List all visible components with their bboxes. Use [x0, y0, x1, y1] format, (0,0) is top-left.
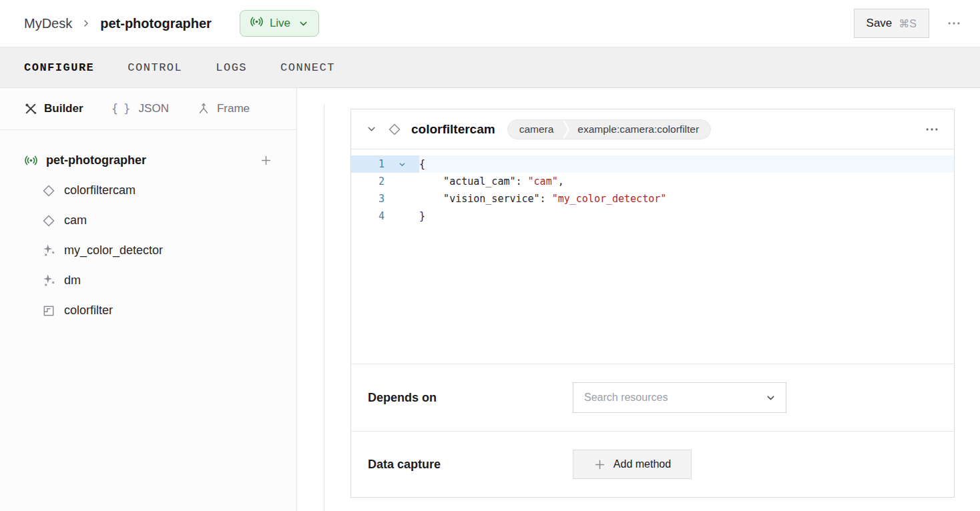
- tab-control[interactable]: CONTROL: [128, 61, 182, 74]
- data-capture-label: Data capture: [368, 458, 573, 472]
- tree-root-label: pet-photographer: [46, 153, 252, 167]
- resource-tree: pet-photographer colorfiltercamcammy_col…: [0, 130, 296, 326]
- depends-on-label: Depends on: [368, 391, 573, 405]
- tab-bar: CONFIGURECONTROLLOGSCONNECT: [0, 47, 980, 88]
- top-bar: MyDesk pet-photographer Live Save ⌘S: [0, 0, 980, 47]
- tree-item-my_color_detector[interactable]: my_color_detector: [0, 235, 296, 266]
- resource-card-colorfiltercam: colorfiltercam camera example:camera:col…: [350, 109, 955, 498]
- line-number: 1: [351, 155, 385, 173]
- view-tab-label: JSON: [139, 102, 169, 115]
- code-text: "vision_service": "my_color_detector": [419, 190, 954, 207]
- depends-on-row: Depends on Search resources: [351, 364, 954, 431]
- code-text: "actual_cam": "cam",: [419, 173, 954, 190]
- code-line-3[interactable]: 3 "vision_service": "my_color_detector": [351, 190, 954, 207]
- code-text: }: [419, 207, 954, 225]
- live-status-dropdown[interactable]: Live: [240, 10, 319, 37]
- service-sparkle-icon: [41, 274, 56, 288]
- resource-model-label: example:camera:colorfilter: [569, 119, 710, 139]
- tree-item-cam[interactable]: cam: [0, 205, 296, 235]
- live-status-label: Live: [270, 17, 290, 30]
- component-diamond-icon: [41, 213, 56, 228]
- chevron-down-icon: [298, 18, 309, 29]
- tree-items: colorfiltercamcammy_color_detectordmcolo…: [0, 175, 296, 326]
- line-number: 4: [351, 207, 385, 225]
- service-sparkle-icon: [41, 243, 56, 258]
- view-tab-label: Builder: [44, 102, 83, 115]
- fold-chevron-icon[interactable]: [385, 155, 419, 173]
- tree-item-label: colorfiltercam: [64, 183, 136, 197]
- code-line-4[interactable]: 4}: [351, 207, 954, 225]
- tree-item-label: dm: [64, 274, 81, 288]
- tab-logs[interactable]: LOGS: [216, 61, 247, 74]
- line-number: 2: [351, 173, 385, 190]
- depends-on-placeholder: Search resources: [584, 392, 765, 404]
- scroll-guide-line: [324, 105, 324, 511]
- fold-spacer: [385, 173, 419, 190]
- view-tab-frame[interactable]: Frame: [197, 102, 250, 115]
- tree-item-label: my_color_detector: [64, 243, 163, 258]
- view-switcher: Builder{ }JSONFrame: [0, 88, 296, 130]
- chevron-down-icon: [765, 392, 776, 404]
- add-resource-button[interactable]: [260, 154, 272, 167]
- tools-icon: [24, 102, 37, 115]
- add-method-label: Add method: [614, 458, 671, 470]
- code-line-2[interactable]: 2 "actual_cam": "cam",: [351, 173, 954, 190]
- save-shortcut-hint: ⌘S: [899, 17, 917, 30]
- breadcrumb-current-machine: pet-photographer: [100, 16, 212, 31]
- depends-on-select[interactable]: Search resources: [573, 382, 786, 413]
- tree-item-dm[interactable]: dm: [0, 266, 296, 296]
- resource-type-label: camera: [508, 119, 563, 139]
- breadcrumb-root[interactable]: MyDesk: [24, 16, 72, 31]
- tree-item-colorfiltercam[interactable]: colorfiltercam: [0, 175, 296, 205]
- plus-icon: [593, 458, 606, 471]
- resource-title: colorfiltercam: [411, 122, 495, 137]
- json-attributes-editor[interactable]: 1{2 "actual_cam": "cam",3 "vision_servic…: [351, 149, 954, 364]
- fold-spacer: [385, 207, 419, 225]
- line-number: 3: [351, 190, 385, 207]
- frame-axes-icon: [197, 102, 210, 115]
- tree-item-label: colorfilter: [64, 304, 113, 318]
- view-tab-json[interactable]: { }JSON: [111, 102, 169, 115]
- save-button[interactable]: Save ⌘S: [854, 9, 929, 38]
- main-content: colorfiltercam camera example:camera:col…: [297, 88, 980, 511]
- more-options-icon[interactable]: [947, 16, 961, 31]
- code-text: {: [419, 155, 954, 173]
- code-line-1[interactable]: 1{: [351, 155, 954, 173]
- collapse-chevron-icon[interactable]: [366, 123, 377, 135]
- fold-spacer: [385, 190, 419, 207]
- save-button-label: Save: [867, 17, 893, 30]
- config-sidebar: Builder{ }JSONFrame pet-photographer col…: [0, 88, 297, 511]
- view-tab-label: Frame: [217, 102, 250, 115]
- component-diamond-icon: [387, 122, 402, 137]
- tree-item-colorfilter[interactable]: colorfilter: [0, 296, 296, 326]
- chevron-right-icon: [81, 18, 91, 29]
- component-diamond-icon: [41, 183, 56, 198]
- tree-root-machine[interactable]: pet-photographer: [0, 145, 296, 175]
- broadcast-icon: [250, 15, 264, 32]
- view-tab-builder[interactable]: Builder: [24, 102, 83, 115]
- badge-separator: [563, 119, 569, 139]
- data-capture-row: Data capture Add method: [351, 431, 954, 497]
- broadcast-icon: [24, 153, 38, 167]
- tab-configure[interactable]: CONFIGURE: [24, 61, 94, 74]
- resource-type-badge: camera example:camera:colorfilter: [507, 119, 711, 139]
- tab-connect[interactable]: CONNECT: [280, 61, 335, 74]
- app-window: MyDesk pet-photographer Live Save ⌘S CON…: [0, 0, 980, 511]
- resource-card-header: colorfiltercam camera example:camera:col…: [351, 109, 954, 149]
- add-method-button[interactable]: Add method: [573, 450, 692, 479]
- module-icon: [41, 304, 56, 318]
- resource-menu-icon[interactable]: [925, 122, 939, 137]
- tree-item-label: cam: [64, 213, 87, 227]
- braces-icon: { }: [111, 102, 132, 115]
